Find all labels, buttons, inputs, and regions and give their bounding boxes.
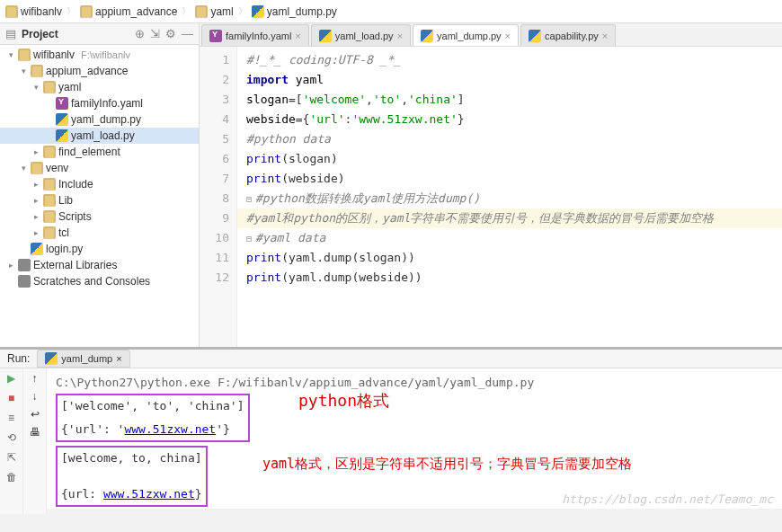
close-icon[interactable]: × [602, 31, 608, 41]
layout-icon[interactable]: ≡ [4, 412, 19, 426]
line-number: 2 [200, 70, 229, 90]
hide-icon[interactable]: — [182, 27, 193, 40]
tree-row[interactable]: ▸find_element [0, 144, 199, 160]
code-line[interactable]: #python data [237, 129, 782, 149]
tree-label: yaml_load.py [71, 129, 135, 142]
code-line[interactable]: webside={'url':'www.51zxw.net'} [237, 110, 782, 129]
tree-label: wifibanlv [33, 49, 75, 61]
url-link[interactable]: www.51zxw.net [103, 487, 195, 501]
tree-row[interactable]: ▾wifibanlvF:\wifibanlv [0, 47, 199, 63]
project-view-icon[interactable]: ▤ [5, 27, 16, 40]
close-icon[interactable]: × [505, 31, 511, 41]
close-icon[interactable]: × [397, 31, 403, 41]
code-line[interactable]: print(webside) [237, 169, 782, 189]
code-line[interactable]: ⊟#python数据转换成yaml使用方法dump() [237, 189, 782, 208]
chevron-right-icon: 〉 [235, 5, 250, 18]
breadcrumb-item[interactable]: yaml [195, 5, 233, 18]
close-icon[interactable]: × [116, 353, 121, 364]
code-line[interactable]: #yaml和python的区别，yaml字符串不需要使用引号，但是字典数据的冒号… [237, 208, 782, 228]
tree-arrow-icon[interactable]: ▾ [19, 66, 28, 75]
folder-icon [43, 146, 56, 158]
collapse-icon[interactable]: ⊕ [135, 27, 145, 40]
rerun-icon[interactable]: ▶ [4, 372, 19, 386]
folder-icon [195, 5, 208, 18]
tree-row[interactable]: ▸External Libraries [0, 257, 199, 273]
tree-label: yaml [58, 81, 81, 93]
tree-arrow-icon[interactable]: ▸ [31, 228, 40, 237]
tree-row[interactable]: login.py [0, 241, 199, 257]
project-tree: ▾wifibanlvF:\wifibanlv▾appium_advance▾ya… [0, 45, 199, 347]
down-icon[interactable]: ↓ [32, 390, 38, 403]
tree-label: Scripts [58, 210, 92, 223]
tree-label: find_element [58, 146, 120, 158]
print-icon[interactable]: 🖶 [30, 426, 40, 439]
code-line[interactable]: import yaml [237, 70, 782, 90]
console-output[interactable]: C:\Python27\python.exe F:/wifibanlv/appi… [47, 368, 782, 514]
gutter: 123456789101112 [200, 47, 237, 347]
tree-label: login.py [46, 243, 83, 255]
code-line[interactable]: print(yaml.dump(webside)) [237, 268, 782, 288]
stop-icon[interactable]: ■ [4, 392, 19, 406]
tree-label: familyInfo.yaml [71, 97, 143, 110]
tree-row[interactable]: ▸Scripts [0, 208, 199, 225]
tree-arrow-icon[interactable]: ▸ [6, 261, 15, 270]
folder-icon [43, 226, 56, 239]
tree-row[interactable]: yaml_dump.py [0, 111, 199, 128]
breadcrumb: wifibanlv〉appium_advance〉yaml〉yaml_dump.… [0, 0, 782, 23]
trash-icon[interactable]: 🗑 [4, 471, 19, 485]
line-number: 1 [200, 50, 229, 70]
editor-tab[interactable]: yaml_load.py× [311, 24, 411, 46]
code-line[interactable]: #!_*_ coding:UTF-8 _*_ [237, 50, 782, 70]
tree-row[interactable]: ▾yaml [0, 79, 199, 95]
editor-tab[interactable]: familyInfo.yaml× [201, 24, 309, 46]
run-tab[interactable]: yaml_dump × [37, 350, 129, 368]
export-icon[interactable]: ⇱ [4, 451, 19, 466]
tree-row[interactable]: yaml_load.py [0, 128, 199, 144]
tree-row[interactable]: ▾venv [0, 160, 199, 176]
tree-arrow-icon[interactable]: ▸ [31, 212, 40, 221]
tree-arrow-icon[interactable]: ▾ [19, 164, 28, 173]
py-icon [252, 5, 264, 18]
url-link[interactable]: www.51zxw.net [124, 422, 216, 436]
chevron-right-icon: 〉 [64, 5, 78, 18]
code-line[interactable]: slogan=['welcome','to','china'] [237, 90, 782, 110]
code-line[interactable]: ⊟#yaml data [237, 228, 782, 248]
line-number: 10 [200, 228, 229, 248]
autoscroll-icon[interactable]: ⇲ [150, 27, 160, 40]
editor-tab[interactable]: yaml_dump.py× [413, 24, 519, 46]
tree-row[interactable]: Scratches and Consoles [0, 273, 199, 289]
breadcrumb-item[interactable]: wifibanlv [5, 5, 62, 18]
run-tab-label: yaml_dump [61, 353, 112, 364]
tree-row[interactable]: ▸Include [0, 176, 199, 192]
output-line: [welcome, to, china] [61, 449, 202, 467]
breadcrumb-item[interactable]: appium_advance [80, 5, 177, 18]
breadcrumb-item[interactable]: yaml_dump.py [252, 5, 337, 18]
editor-tab[interactable]: capability.py× [520, 24, 616, 46]
line-number: 9 [200, 208, 229, 228]
close-icon[interactable]: × [295, 31, 300, 41]
run-toolbar-left: ▶ ■ ≡ ⟲ ⇱ 🗑 [0, 368, 23, 514]
tree-arrow-icon[interactable]: ▸ [31, 180, 40, 189]
up-icon[interactable]: ↑ [32, 372, 38, 385]
gear-icon[interactable]: ⚙ [165, 27, 176, 40]
code-lines[interactable]: #!_*_ coding:UTF-8 _*_import yamlslogan=… [237, 47, 782, 347]
code-line[interactable]: print(yaml.dump(slogan)) [237, 248, 782, 268]
line-number: 11 [200, 248, 229, 268]
tree-row[interactable]: familyInfo.yaml [0, 95, 199, 111]
tree-row[interactable]: ▸Lib [0, 192, 199, 208]
code-editor[interactable]: 123456789101112 #!_*_ coding:UTF-8 _*_im… [200, 47, 782, 347]
tree-row[interactable]: ▾appium_advance [0, 63, 199, 79]
wrap-icon[interactable]: ↩ [31, 408, 40, 421]
tree-row[interactable]: ▸tcl [0, 225, 199, 241]
tree-arrow-icon[interactable]: ▾ [31, 83, 40, 92]
pin-icon[interactable]: ⟲ [4, 431, 19, 446]
tree-label: tcl [58, 226, 69, 239]
annotation-yaml: yaml格式，区别是字符串不适用引号；字典冒号后需要加空格 [262, 455, 632, 473]
yaml-icon [209, 30, 222, 42]
code-line[interactable]: print(slogan) [237, 149, 782, 169]
tab-label: familyInfo.yaml [226, 31, 291, 41]
tree-arrow-icon[interactable]: ▾ [6, 50, 15, 59]
folder-icon [18, 49, 31, 61]
tree-arrow-icon[interactable]: ▸ [31, 147, 40, 156]
tree-arrow-icon[interactable]: ▸ [31, 196, 40, 205]
